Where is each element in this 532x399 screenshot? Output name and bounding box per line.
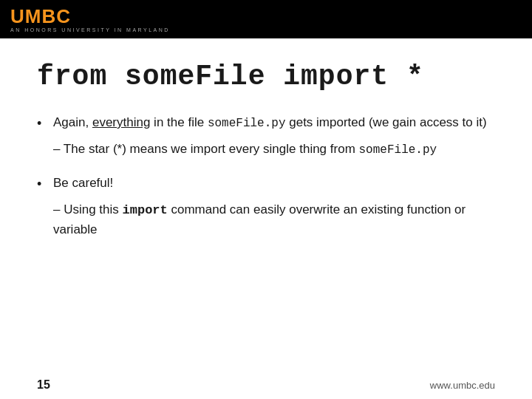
logo-subtitle: AN HONORS UNIVERSITY IN MARYLAND bbox=[10, 27, 170, 33]
bullet-text-2: Be careful! bbox=[53, 174, 495, 193]
sub-bullet-2: – Using this import command can easily o… bbox=[53, 200, 495, 239]
slide-content: from someFile import * • Again, everythi… bbox=[0, 38, 532, 268]
footer-url: www.umbc.edu bbox=[430, 380, 495, 391]
slide-title: from someFile import * bbox=[37, 61, 495, 92]
header-bar: UMBC AN HONORS UNIVERSITY IN MARYLAND bbox=[0, 0, 532, 38]
bullet-item-1: • Again, everything in the file someFile… bbox=[37, 113, 495, 134]
logo-text: UMBC bbox=[10, 7, 170, 26]
bullet-section-2: • Be careful! – Using this import comman… bbox=[37, 174, 495, 239]
bullet-text-1: Again, everything in the file someFile.p… bbox=[53, 113, 495, 132]
bullet-dot-2: • bbox=[37, 174, 53, 194]
logo-area: UMBC AN HONORS UNIVERSITY IN MARYLAND bbox=[10, 7, 170, 33]
sub-bullet-1: – The star (*) means we import every sin… bbox=[53, 140, 495, 159]
slide-number: 15 bbox=[37, 378, 50, 392]
bullet-item-2: • Be careful! bbox=[37, 174, 495, 194]
footer: 15 www.umbc.edu bbox=[0, 378, 532, 392]
bullet-section-1: • Again, everything in the file someFile… bbox=[37, 113, 495, 159]
bullet-dot-1: • bbox=[37, 113, 53, 134]
